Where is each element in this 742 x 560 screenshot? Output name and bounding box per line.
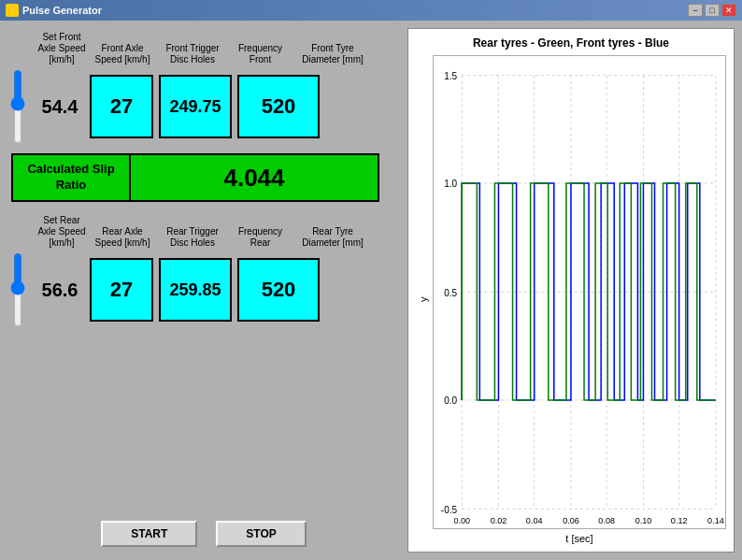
svg-text:0.5: 0.5 [444, 288, 457, 298]
svg-text:0.14: 0.14 [707, 516, 724, 525]
svg-text:1.5: 1.5 [444, 71, 457, 81]
window-controls: − □ ✕ [688, 4, 736, 17]
svg-text:0.04: 0.04 [526, 516, 543, 525]
front-slider-row: 54.4 27 249.75 520 [7, 69, 400, 144]
rear-tyre-diameter-box: 520 [237, 258, 320, 322]
svg-text:0.10: 0.10 [635, 516, 652, 525]
svg-text:0.02: 0.02 [491, 516, 507, 525]
main-content: Set FrontAxle Speed[km/h] Front AxleSpee… [0, 21, 742, 560]
slip-ratio-label: Calculated Slip Ratio [11, 153, 131, 202]
header-front-trigger: Front TriggerDisc Holes [155, 43, 230, 65]
rear-input-row: 56.6 27 259.85 520 [32, 258, 320, 322]
window-title: Pulse Generator [22, 5, 102, 16]
title-bar: ⚡ Pulse Generator − □ ✕ [0, 0, 742, 21]
close-button[interactable]: ✕ [721, 4, 736, 17]
svg-text:-0.5: -0.5 [441, 504, 458, 514]
rear-slider-container[interactable] [7, 252, 28, 327]
front-column-headers: Set FrontAxle Speed[km/h] Front AxleSpee… [7, 28, 400, 65]
slip-ratio-row: Calculated Slip Ratio 4.044 [7, 153, 400, 202]
minimize-button[interactable]: − [688, 4, 703, 17]
header-set-front-speed: Set FrontAxle Speed[km/h] [34, 32, 90, 65]
front-frequency-box: 249.75 [159, 75, 232, 138]
maximize-button[interactable]: □ [705, 4, 720, 17]
chart-svg: 1.5 1.0 0.5 0.0 -0.5 0.00 0.02 0.04 0.06… [434, 56, 725, 528]
svg-text:0.0: 0.0 [444, 395, 457, 406]
left-panel: Set FrontAxle Speed[km/h] Front AxleSpee… [7, 28, 400, 553]
rear-column-headers: Set RearAxle Speed[km/h] Rear AxleSpeed … [7, 211, 400, 249]
front-set-speed-display: 54.4 [36, 96, 84, 118]
front-axle-speed-slider[interactable] [10, 69, 25, 144]
chart-area: y [416, 55, 726, 544]
chart-panel: Rear tyres - Green, Front tyres - Blue y [407, 28, 735, 553]
header-rear-tyre: Rear TyreDiameter [mm] [291, 226, 375, 249]
stop-button[interactable]: STOP [216, 521, 306, 547]
chart-title: Rear tyres - Green, Front tyres - Blue [416, 36, 726, 50]
rear-frequency-box: 259.85 [159, 258, 232, 322]
header-freq-rear: FrequencyRear [230, 226, 291, 249]
header-set-rear-speed: Set RearAxle Speed[km/h] [34, 215, 90, 249]
header-front-axle-speed: Front AxleSpeed [km/h] [90, 43, 155, 65]
svg-text:1.0: 1.0 [444, 179, 457, 189]
header-rear-trigger: Rear TriggerDisc Holes [155, 226, 230, 249]
x-axis-label: t [sec] [433, 533, 726, 544]
bottom-buttons: START STOP [7, 515, 400, 553]
slip-ratio-value: 4.044 [131, 153, 379, 202]
svg-text:0.08: 0.08 [598, 516, 615, 525]
svg-text:0.06: 0.06 [563, 516, 579, 525]
front-tyre-diameter-box: 520 [237, 75, 320, 138]
header-freq-front: FrequencyFront [230, 43, 291, 65]
header-front-tyre: Front TyreDiameter [mm] [291, 43, 375, 65]
rear-set-speed-display: 56.6 [36, 280, 84, 301]
svg-text:0.12: 0.12 [671, 516, 688, 525]
front-input-row: 54.4 27 249.75 520 [32, 75, 320, 138]
chart-inner: 1.5 1.0 0.5 0.0 -0.5 0.00 0.02 0.04 0.06… [433, 55, 726, 529]
front-disc-holes-box: 27 [90, 75, 153, 138]
header-rear-axle-speed: Rear AxleSpeed [km/h] [90, 226, 155, 249]
rear-axle-speed-slider[interactable] [10, 252, 25, 327]
front-slider-container[interactable] [7, 69, 28, 144]
svg-text:0.00: 0.00 [453, 516, 470, 525]
app-icon: ⚡ [6, 4, 19, 17]
rear-disc-holes-box: 27 [90, 258, 153, 322]
start-button[interactable]: START [101, 521, 197, 547]
rear-slider-row: 56.6 27 259.85 520 [7, 252, 400, 327]
y-axis-label: y [416, 55, 431, 544]
